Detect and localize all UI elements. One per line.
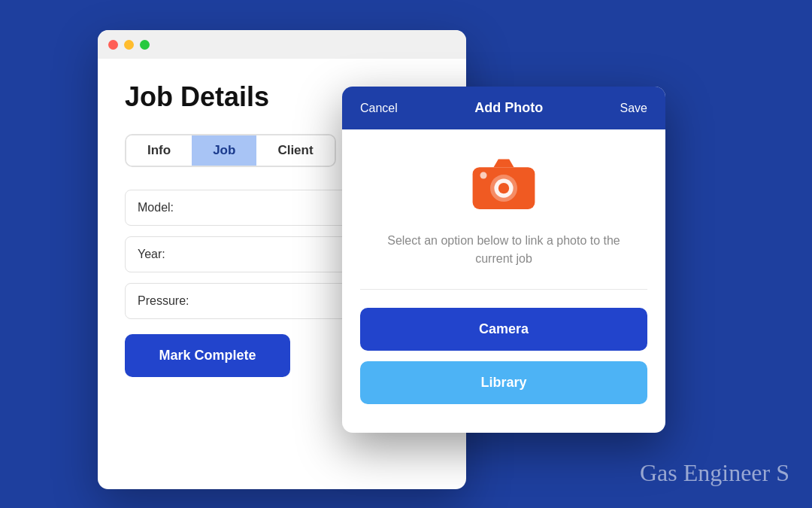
tab-client[interactable]: Client (256, 135, 334, 166)
svg-point-3 (498, 183, 509, 193)
save-button[interactable]: Save (620, 102, 647, 115)
camera-svg-icon (470, 152, 538, 212)
tab-job[interactable]: Job (192, 135, 256, 166)
modal-description: Select an option below to link a photo t… (360, 232, 647, 268)
tabs-row: Info Job Client (125, 134, 336, 167)
traffic-light-red[interactable] (108, 40, 118, 50)
camera-icon (470, 152, 538, 215)
traffic-light-green[interactable] (140, 40, 150, 50)
modal-title: Add Photo (474, 100, 543, 116)
modal-divider (360, 289, 647, 290)
add-photo-modal: Cancel Add Photo Save Select an option b… (342, 87, 665, 433)
library-button[interactable]: Library (360, 361, 647, 404)
traffic-light-yellow[interactable] (124, 40, 134, 50)
modal-body: Select an option below to link a photo t… (342, 129, 665, 433)
camera-button[interactable]: Camera (360, 308, 647, 351)
tab-info[interactable]: Info (126, 135, 192, 166)
cancel-button[interactable]: Cancel (360, 102, 398, 115)
svg-point-4 (480, 172, 487, 179)
modal-header: Cancel Add Photo Save (342, 87, 665, 129)
mark-complete-button[interactable]: Mark Complete (125, 334, 290, 377)
window-titlebar (98, 30, 466, 59)
